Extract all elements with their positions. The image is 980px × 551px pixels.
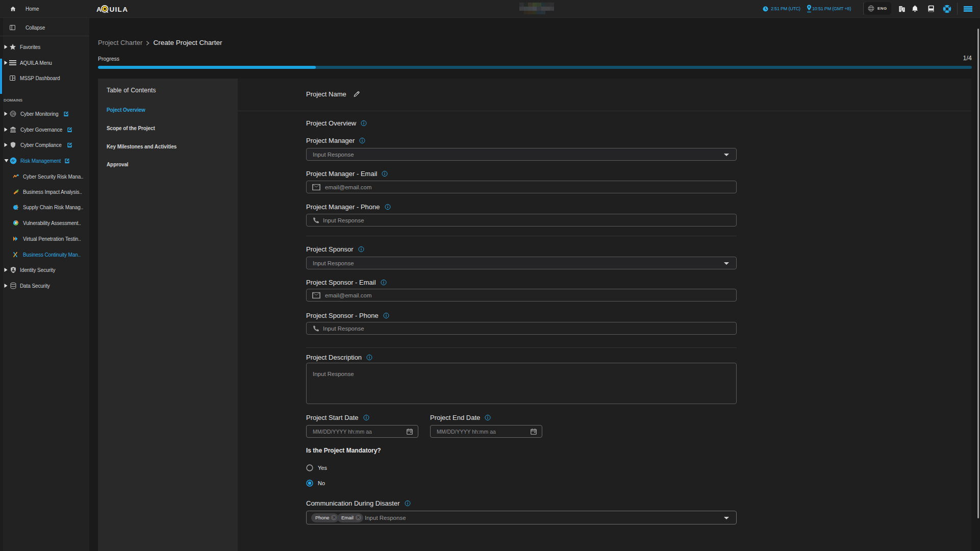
svg-text:A: A	[96, 6, 102, 13]
svg-text:UILA: UILA	[110, 6, 129, 13]
